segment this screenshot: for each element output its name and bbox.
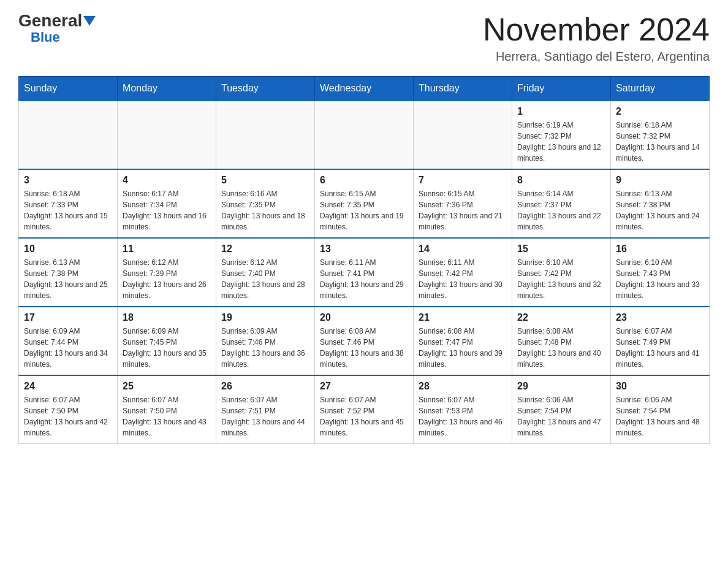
logo-blue-text: Blue [31, 29, 60, 45]
calendar-cell [118, 101, 216, 169]
calendar-cell [19, 101, 118, 169]
day-info: Sunrise: 6:10 AMSunset: 7:42 PMDaylight:… [517, 257, 605, 301]
calendar-day-header: Saturday [611, 77, 710, 101]
calendar-cell: 5Sunrise: 6:16 AMSunset: 7:35 PMDaylight… [216, 169, 315, 238]
calendar-header-row: SundayMondayTuesdayWednesdayThursdayFrid… [19, 77, 710, 101]
day-info: Sunrise: 6:13 AMSunset: 7:38 PMDaylight:… [24, 257, 112, 301]
day-number: 10 [24, 243, 112, 255]
day-info: Sunrise: 6:07 AMSunset: 7:53 PMDaylight:… [419, 394, 507, 439]
day-info: Sunrise: 6:19 AMSunset: 7:32 PMDaylight:… [517, 120, 605, 164]
calendar-cell: 29Sunrise: 6:06 AMSunset: 7:54 PMDayligh… [512, 375, 611, 444]
calendar-cell: 18Sunrise: 6:09 AMSunset: 7:45 PMDayligh… [118, 307, 216, 375]
calendar-cell [315, 101, 414, 169]
day-number: 2 [616, 106, 704, 117]
calendar-day-header: Thursday [414, 77, 512, 101]
day-number: 19 [221, 312, 309, 323]
calendar-cell: 23Sunrise: 6:07 AMSunset: 7:49 PMDayligh… [611, 307, 710, 375]
day-number: 20 [320, 312, 408, 323]
day-info: Sunrise: 6:06 AMSunset: 7:54 PMDaylight:… [517, 394, 605, 439]
day-number: 3 [24, 175, 112, 186]
calendar-week-row: 10Sunrise: 6:13 AMSunset: 7:38 PMDayligh… [19, 238, 710, 307]
calendar-cell: 11Sunrise: 6:12 AMSunset: 7:39 PMDayligh… [118, 238, 216, 307]
day-number: 22 [517, 312, 605, 323]
day-number: 12 [221, 243, 309, 255]
day-info: Sunrise: 6:18 AMSunset: 7:32 PMDaylight:… [616, 120, 704, 164]
day-info: Sunrise: 6:15 AMSunset: 7:35 PMDaylight:… [320, 188, 408, 232]
calendar-cell: 13Sunrise: 6:11 AMSunset: 7:41 PMDayligh… [315, 238, 414, 307]
day-info: Sunrise: 6:18 AMSunset: 7:33 PMDaylight:… [24, 188, 112, 232]
day-number: 29 [517, 381, 605, 392]
calendar-cell: 1Sunrise: 6:19 AMSunset: 7:32 PMDaylight… [512, 101, 611, 169]
calendar-week-row: 24Sunrise: 6:07 AMSunset: 7:50 PMDayligh… [19, 375, 710, 444]
calendar-week-row: 17Sunrise: 6:09 AMSunset: 7:44 PMDayligh… [19, 307, 710, 375]
day-number: 15 [517, 243, 605, 255]
day-info: Sunrise: 6:09 AMSunset: 7:44 PMDaylight:… [24, 326, 112, 370]
calendar-cell: 25Sunrise: 6:07 AMSunset: 7:50 PMDayligh… [118, 375, 216, 444]
day-info: Sunrise: 6:06 AMSunset: 7:54 PMDaylight:… [616, 394, 704, 439]
calendar-cell: 3Sunrise: 6:18 AMSunset: 7:33 PMDaylight… [19, 169, 118, 238]
day-number: 23 [616, 312, 704, 323]
day-number: 16 [616, 243, 704, 255]
day-info: Sunrise: 6:10 AMSunset: 7:43 PMDaylight:… [616, 257, 704, 301]
calendar-cell: 15Sunrise: 6:10 AMSunset: 7:42 PMDayligh… [512, 238, 611, 307]
day-info: Sunrise: 6:11 AMSunset: 7:41 PMDaylight:… [320, 257, 408, 301]
day-number: 30 [616, 381, 704, 392]
calendar-cell: 19Sunrise: 6:09 AMSunset: 7:46 PMDayligh… [216, 307, 315, 375]
logo: General Blue [18, 12, 96, 45]
title-area: November 2024 Herrera, Santiago del Este… [483, 12, 710, 64]
calendar-day-header: Sunday [19, 77, 118, 101]
day-info: Sunrise: 6:14 AMSunset: 7:37 PMDaylight:… [517, 188, 605, 232]
page-header: General Blue November 2024 Herrera, Sant… [18, 12, 710, 64]
calendar-cell: 10Sunrise: 6:13 AMSunset: 7:38 PMDayligh… [19, 238, 118, 307]
calendar-day-header: Wednesday [315, 77, 414, 101]
calendar-cell: 12Sunrise: 6:12 AMSunset: 7:40 PMDayligh… [216, 238, 315, 307]
calendar-cell: 8Sunrise: 6:14 AMSunset: 7:37 PMDaylight… [512, 169, 611, 238]
day-info: Sunrise: 6:09 AMSunset: 7:45 PMDaylight:… [123, 326, 211, 370]
day-info: Sunrise: 6:08 AMSunset: 7:48 PMDaylight:… [517, 326, 605, 370]
calendar-cell: 17Sunrise: 6:09 AMSunset: 7:44 PMDayligh… [19, 307, 118, 375]
day-number: 1 [517, 106, 605, 117]
subtitle: Herrera, Santiago del Estero, Argentina [483, 50, 710, 64]
logo-triangle-icon [83, 16, 96, 26]
day-info: Sunrise: 6:07 AMSunset: 7:49 PMDaylight:… [616, 326, 704, 370]
calendar-cell: 2Sunrise: 6:18 AMSunset: 7:32 PMDaylight… [611, 101, 710, 169]
day-number: 5 [221, 175, 309, 186]
calendar-cell: 16Sunrise: 6:10 AMSunset: 7:43 PMDayligh… [611, 238, 710, 307]
calendar-cell [414, 101, 512, 169]
day-info: Sunrise: 6:11 AMSunset: 7:42 PMDaylight:… [419, 257, 507, 301]
day-info: Sunrise: 6:07 AMSunset: 7:50 PMDaylight:… [24, 394, 112, 439]
day-number: 4 [123, 175, 211, 186]
day-info: Sunrise: 6:17 AMSunset: 7:34 PMDaylight:… [123, 188, 211, 232]
day-number: 9 [616, 175, 704, 186]
calendar-cell: 28Sunrise: 6:07 AMSunset: 7:53 PMDayligh… [414, 375, 512, 444]
calendar-cell: 6Sunrise: 6:15 AMSunset: 7:35 PMDaylight… [315, 169, 414, 238]
day-info: Sunrise: 6:09 AMSunset: 7:46 PMDaylight:… [221, 326, 309, 370]
calendar-week-row: 1Sunrise: 6:19 AMSunset: 7:32 PMDaylight… [19, 101, 710, 169]
day-info: Sunrise: 6:07 AMSunset: 7:52 PMDaylight:… [320, 394, 408, 439]
calendar-cell: 20Sunrise: 6:08 AMSunset: 7:46 PMDayligh… [315, 307, 414, 375]
day-number: 6 [320, 175, 408, 186]
day-number: 13 [320, 243, 408, 255]
day-info: Sunrise: 6:12 AMSunset: 7:39 PMDaylight:… [123, 257, 211, 301]
calendar-cell: 21Sunrise: 6:08 AMSunset: 7:47 PMDayligh… [414, 307, 512, 375]
day-info: Sunrise: 6:07 AMSunset: 7:51 PMDaylight:… [221, 394, 309, 439]
day-number: 28 [419, 381, 507, 392]
day-number: 17 [24, 312, 112, 323]
calendar-cell: 27Sunrise: 6:07 AMSunset: 7:52 PMDayligh… [315, 375, 414, 444]
day-info: Sunrise: 6:16 AMSunset: 7:35 PMDaylight:… [221, 188, 309, 232]
day-info: Sunrise: 6:13 AMSunset: 7:38 PMDaylight:… [616, 188, 704, 232]
calendar-cell: 24Sunrise: 6:07 AMSunset: 7:50 PMDayligh… [19, 375, 118, 444]
day-info: Sunrise: 6:12 AMSunset: 7:40 PMDaylight:… [221, 257, 309, 301]
calendar-day-header: Tuesday [216, 77, 315, 101]
calendar-day-header: Monday [118, 77, 216, 101]
day-number: 27 [320, 381, 408, 392]
calendar-cell: 30Sunrise: 6:06 AMSunset: 7:54 PMDayligh… [611, 375, 710, 444]
day-number: 8 [517, 175, 605, 186]
calendar-cell [216, 101, 315, 169]
day-number: 21 [419, 312, 507, 323]
day-info: Sunrise: 6:08 AMSunset: 7:46 PMDaylight:… [320, 326, 408, 370]
calendar-day-header: Friday [512, 77, 611, 101]
calendar-cell: 14Sunrise: 6:11 AMSunset: 7:42 PMDayligh… [414, 238, 512, 307]
calendar-week-row: 3Sunrise: 6:18 AMSunset: 7:33 PMDaylight… [19, 169, 710, 238]
main-title: November 2024 [483, 12, 710, 47]
